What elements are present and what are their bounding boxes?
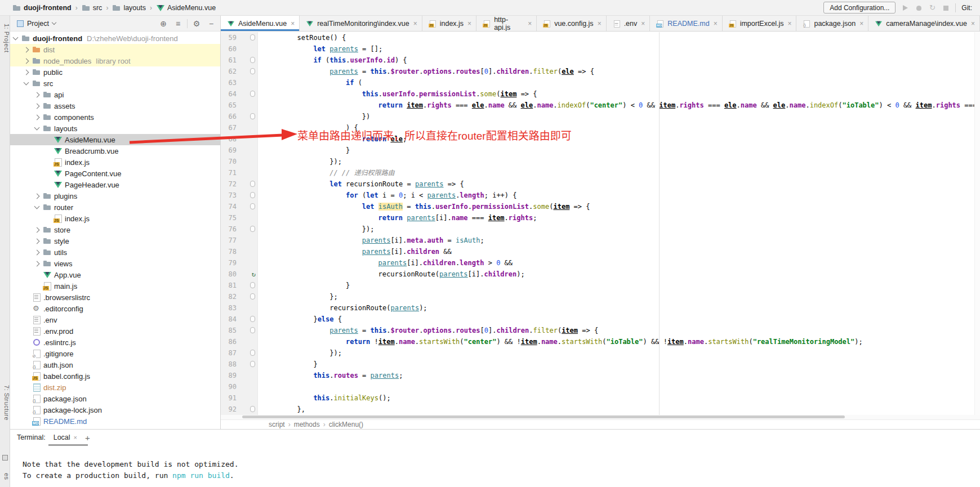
tree-item-.env.prod[interactable]: .env.prod bbox=[10, 325, 220, 337]
editor-breadcrumb-script[interactable]: script bbox=[269, 421, 285, 428]
code-line-69[interactable]: 69} bbox=[221, 145, 980, 156]
code-line-62[interactable]: 62parents = this.$router.options.routes[… bbox=[221, 66, 980, 77]
code-line-80[interactable]: 80↻recursionRoute(parents[i].children); bbox=[221, 269, 980, 280]
fold-start-icon[interactable] bbox=[250, 68, 255, 74]
code-line-84[interactable]: 84}else { bbox=[221, 314, 980, 325]
gear-icon[interactable]: ⚙ bbox=[191, 19, 202, 28]
rerun-icon[interactable]: ↻ bbox=[928, 4, 936, 12]
tree-item-babel.config.js[interactable]: babel.config.js bbox=[10, 370, 220, 382]
tree-item-dist[interactable]: dist bbox=[10, 44, 220, 55]
chevron-open-icon[interactable] bbox=[34, 204, 40, 209]
chevron-open-icon[interactable] bbox=[24, 80, 29, 86]
tree-item-src[interactable]: src bbox=[10, 78, 220, 89]
editor-tab-package.json[interactable]: package.json× bbox=[796, 16, 868, 31]
locate-icon[interactable]: ⊕ bbox=[158, 19, 169, 28]
code-line-87[interactable]: 87}); bbox=[221, 347, 980, 359]
editor-breadcrumb-clickMenu[interactable]: clickMenu() bbox=[329, 421, 363, 428]
chevron-closed-icon[interactable] bbox=[34, 261, 40, 266]
tree-item-README.md[interactable]: README.md bbox=[10, 415, 220, 427]
terminal-tab-local[interactable]: Local × bbox=[54, 434, 77, 441]
code-line-66[interactable]: 66}) bbox=[221, 111, 980, 122]
breadcrumb-item-AsideMenu.vue[interactable]: AsideMenu.vue bbox=[156, 3, 216, 12]
code-line-82[interactable]: 82}; bbox=[221, 291, 980, 302]
close-icon[interactable]: × bbox=[74, 434, 77, 441]
editor-tab-http-api.js[interactable]: http-api.js× bbox=[476, 16, 537, 31]
code-line-83[interactable]: 83recursionRoute(parents); bbox=[221, 302, 980, 314]
chevron-open-icon[interactable] bbox=[13, 35, 19, 41]
tree-item-package.json[interactable]: package.json bbox=[10, 393, 220, 404]
hide-panel-icon[interactable]: − bbox=[206, 19, 217, 28]
code-line-91[interactable]: 91this.initialKeys(); bbox=[221, 392, 980, 404]
tree-item-utils[interactable]: utils bbox=[10, 247, 220, 258]
debug-icon[interactable] bbox=[915, 4, 923, 12]
tree-item-node_modules[interactable]: node_moduleslibrary root bbox=[10, 55, 220, 66]
code-line-86[interactable]: 86return !item.name.startsWith("center")… bbox=[221, 336, 980, 347]
code-line-77[interactable]: 77parents[i].meta.auth = isAuth; bbox=[221, 235, 980, 246]
fold-end-icon[interactable] bbox=[250, 361, 255, 367]
editor-breadcrumb-methods[interactable]: methods bbox=[294, 421, 320, 428]
chevron-closed-icon[interactable] bbox=[34, 227, 40, 233]
tool-window-button-partial[interactable]: es bbox=[0, 473, 10, 480]
code-line-90[interactable]: 90 bbox=[221, 381, 980, 392]
tree-item-assets[interactable]: assets bbox=[10, 100, 220, 111]
tree-item-plugins[interactable]: plugins bbox=[10, 190, 220, 202]
fold-start-icon[interactable] bbox=[250, 91, 255, 97]
code-line-72[interactable]: 72let recursionRoute = parents => { bbox=[221, 178, 980, 190]
code-line-59[interactable]: 59setRoute() { bbox=[221, 32, 980, 43]
fold-start-icon[interactable] bbox=[250, 57, 255, 63]
fold-start-icon[interactable] bbox=[250, 327, 255, 333]
fold-end-icon[interactable] bbox=[250, 350, 255, 356]
stop-icon[interactable] bbox=[942, 4, 950, 12]
fold-start-icon[interactable] bbox=[250, 34, 255, 41]
editor-tab-README.md[interactable]: README.md× bbox=[650, 16, 722, 31]
tree-item-views[interactable]: views bbox=[10, 258, 220, 269]
chevron-open-icon[interactable] bbox=[34, 125, 40, 131]
tree-item-auth.json[interactable]: auth.json bbox=[10, 359, 220, 370]
tree-item-.editorconfig[interactable]: .editorconfig bbox=[10, 303, 220, 314]
code-line-71[interactable]: 71// // 递归权限路由 bbox=[221, 167, 980, 178]
close-icon[interactable]: × bbox=[598, 20, 602, 28]
fold-start-icon[interactable] bbox=[250, 181, 255, 187]
breadcrumb-item-duoji-frontend[interactable]: duoji-frontend bbox=[12, 3, 72, 12]
close-icon[interactable]: × bbox=[641, 20, 645, 28]
tree-item-layouts[interactable]: layouts bbox=[10, 123, 220, 134]
code-line-92[interactable]: 92}, bbox=[221, 404, 980, 415]
breadcrumb-item-src[interactable]: src bbox=[82, 3, 103, 12]
tree-item-AsideMenu.vue[interactable]: AsideMenu.vue bbox=[10, 134, 220, 145]
code-line-89[interactable]: 89this.routes = parents; bbox=[221, 370, 980, 381]
tree-item-store[interactable]: store bbox=[10, 224, 220, 235]
tree-item-api[interactable]: api bbox=[10, 89, 220, 100]
tree-item-main.js[interactable]: main.js bbox=[10, 280, 220, 292]
collapse-all-icon[interactable]: ≡ bbox=[172, 19, 184, 28]
tree-item-.eslintrc.js[interactable]: .eslintrc.js bbox=[10, 337, 220, 348]
chevron-closed-icon[interactable] bbox=[24, 58, 29, 64]
fold-end-icon[interactable] bbox=[250, 226, 255, 232]
chevron-closed-icon[interactable] bbox=[34, 103, 40, 109]
editor-tab-cameraManage-index.vue[interactable]: cameraManage\index.vue× bbox=[868, 16, 980, 31]
code-line-78[interactable]: 78parents[i].children && bbox=[221, 246, 980, 257]
code-line-79[interactable]: 79parents[i].children.length > 0 && bbox=[221, 257, 980, 269]
editor-horizontal-scrollbar[interactable] bbox=[221, 415, 980, 419]
close-icon[interactable]: × bbox=[467, 20, 471, 28]
code-line-60[interactable]: 60let parents = []; bbox=[221, 43, 980, 55]
tree-item-duoji-frontend[interactable]: duoji-frontendD:\zheheWeb\duoji-frontend bbox=[10, 33, 220, 44]
chevron-closed-icon[interactable] bbox=[34, 92, 40, 97]
fold-start-icon[interactable] bbox=[250, 192, 255, 198]
tool-stripe-icon[interactable] bbox=[2, 455, 8, 461]
fold-end-icon[interactable] bbox=[250, 113, 255, 119]
fold-start-icon[interactable] bbox=[250, 316, 255, 322]
fold-end-icon[interactable] bbox=[250, 293, 255, 300]
scrollbar-thumb[interactable] bbox=[242, 415, 845, 418]
code-line-76[interactable]: 76}); bbox=[221, 224, 980, 235]
chevron-down-icon[interactable] bbox=[52, 20, 56, 25]
tree-item-router[interactable]: router bbox=[10, 202, 220, 213]
recursive-call-icon[interactable]: ↻ bbox=[252, 269, 256, 280]
tree-item-PageContent.vue[interactable]: PageContent.vue bbox=[10, 168, 220, 179]
editor-tab-AsideMenu.vue[interactable]: AsideMenu.vue× bbox=[221, 16, 300, 31]
breadcrumb-item-layouts[interactable]: layouts bbox=[112, 3, 146, 12]
close-icon[interactable]: × bbox=[971, 20, 975, 28]
project-view-selector[interactable]: Project bbox=[27, 20, 49, 28]
add-configuration-button[interactable]: Add Configuration... bbox=[823, 2, 896, 14]
run-icon[interactable] bbox=[901, 4, 909, 12]
code-line-75[interactable]: 75return parents[i].name === item.rights… bbox=[221, 212, 980, 224]
